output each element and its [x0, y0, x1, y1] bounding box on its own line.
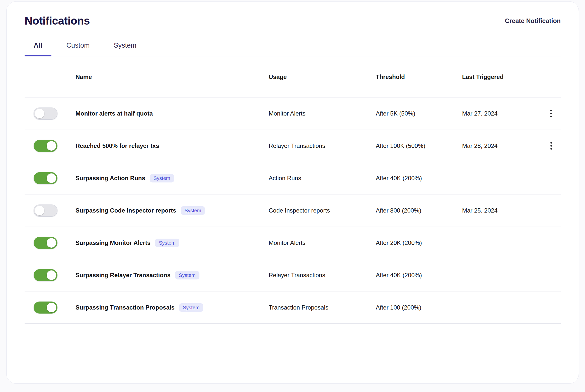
table-row: Surpassing Action Runs System Action Run…: [25, 162, 561, 194]
usage-cell: Monitor Alerts: [269, 110, 376, 117]
usage-cell: Relayer Transactions: [269, 142, 376, 149]
threshold-cell: After 800 (200%): [376, 207, 462, 214]
table-row: Surpassing Transaction Proposals System …: [25, 291, 561, 324]
header-name: Name: [76, 73, 269, 80]
tab-system[interactable]: System: [105, 42, 145, 56]
toggle-knob: [47, 173, 56, 183]
table-header-row: Name Usage Threshold Last Triggered: [25, 56, 561, 97]
tab-all[interactable]: All: [25, 42, 51, 56]
create-notification-button[interactable]: Create Notification: [505, 17, 561, 25]
table-row: Surpassing Monitor Alerts System Monitor…: [25, 227, 561, 259]
tab-custom[interactable]: Custom: [57, 42, 99, 56]
notification-name: Surpassing Action Runs: [76, 175, 145, 182]
system-badge: System: [175, 271, 199, 279]
header-threshold: Threshold: [376, 73, 462, 80]
last-triggered-cell: Mar 25, 2024: [462, 207, 546, 214]
toggle-knob: [47, 270, 56, 280]
usage-cell: Relayer Transactions: [269, 272, 376, 279]
threshold-cell: After 5K (50%): [376, 110, 462, 117]
notification-toggle[interactable]: [34, 140, 57, 152]
threshold-cell: After 40K (200%): [376, 175, 462, 182]
threshold-cell: After 100K (500%): [376, 142, 462, 149]
system-badge: System: [181, 206, 205, 215]
notification-toggle[interactable]: [34, 172, 57, 184]
table-row: Monitor alerts at half quota Monitor Ale…: [25, 97, 561, 130]
notification-toggle[interactable]: [34, 302, 57, 314]
usage-cell: Action Runs: [269, 175, 376, 182]
row-menu-kebab-icon[interactable]: [546, 108, 557, 119]
notification-name: Surpassing Transaction Proposals: [76, 304, 175, 311]
notification-toggle[interactable]: [34, 108, 57, 120]
notifications-card: Notifications Create Notification All Cu…: [6, 1, 579, 384]
last-triggered-cell: Mar 28, 2024: [462, 142, 546, 149]
threshold-cell: After 40K (200%): [376, 272, 462, 279]
notification-toggle[interactable]: [34, 205, 57, 217]
table-row: Reached 500% for relayer txs Relayer Tra…: [25, 130, 561, 162]
toggle-knob: [35, 109, 44, 118]
last-triggered-cell: Mar 27, 2024: [462, 110, 546, 117]
header-usage: Usage: [269, 73, 376, 80]
usage-cell: Monitor Alerts: [269, 239, 376, 246]
table-row: Surpassing Code Inspector reports System…: [25, 194, 561, 227]
toggle-knob: [47, 141, 56, 151]
usage-cell: Code Inspector reports: [269, 207, 376, 214]
table-row: Surpassing Relayer Transactions System R…: [25, 259, 561, 291]
system-badge: System: [150, 174, 174, 182]
toggle-knob: [35, 206, 44, 215]
notification-name: Monitor alerts at half quota: [76, 110, 153, 117]
system-badge: System: [179, 303, 203, 312]
row-menu-kebab-icon[interactable]: [546, 140, 557, 152]
threshold-cell: After 20K (200%): [376, 239, 462, 246]
notification-toggle[interactable]: [34, 269, 57, 281]
notification-name: Reached 500% for relayer txs: [76, 142, 159, 149]
usage-cell: Transaction Proposals: [269, 304, 376, 311]
notifications-table: Name Usage Threshold Last Triggered Moni…: [25, 56, 561, 324]
notification-name: Surpassing Monitor Alerts: [76, 239, 151, 246]
toggle-knob: [47, 303, 56, 312]
tab-list: All Custom System: [25, 42, 561, 56]
notification-name: Surpassing Relayer Transactions: [76, 272, 171, 279]
system-badge: System: [155, 239, 179, 247]
card-header: Notifications Create Notification: [25, 2, 561, 27]
header-last-triggered: Last Triggered: [462, 73, 546, 80]
page-title: Notifications: [25, 15, 90, 27]
threshold-cell: After 100 (200%): [376, 304, 462, 311]
notification-toggle[interactable]: [34, 237, 57, 249]
notification-name: Surpassing Code Inspector reports: [76, 207, 176, 214]
toggle-knob: [47, 238, 56, 248]
